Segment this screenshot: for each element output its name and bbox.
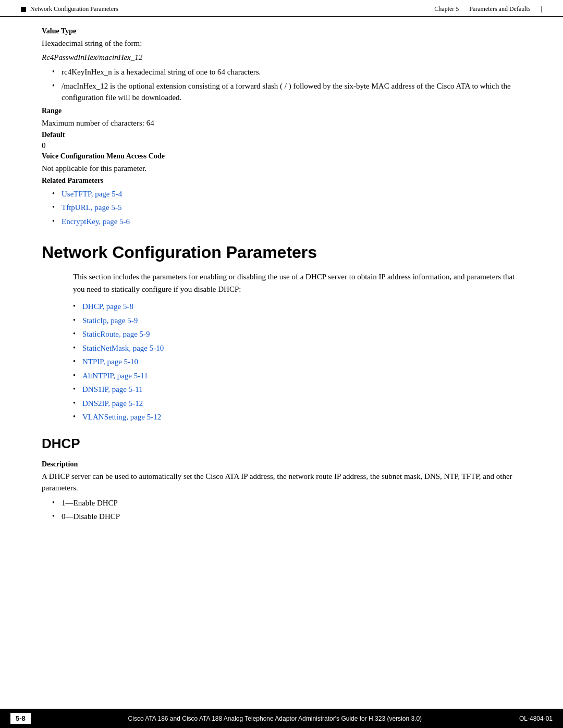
page-number: 5-8 <box>10 713 31 724</box>
default-value: 0 <box>42 141 521 150</box>
range-text: Maximum number of characters: 64 <box>42 117 521 129</box>
related-params-list: UseTFTP, page 5-4 TftpURL, page 5-5 Encr… <box>52 188 521 228</box>
related-params-section: Related Parameters UseTFTP, page 5-4 Tft… <box>42 177 521 228</box>
page-footer: 5-8 Cisco ATA 186 and Cisco ATA 188 Anal… <box>0 709 563 728</box>
section-label: Parameters and Defaults <box>469 5 530 13</box>
main-content: Value Type Hexadecimal string of the for… <box>0 17 563 536</box>
list-item: UseTFTP, page 5-4 <box>52 188 521 200</box>
dns1ip-link[interactable]: DNS1IP, page 5-11 <box>82 385 143 393</box>
dhcp-description-label: Description <box>42 460 521 468</box>
list-item: 1—Enable DHCP <box>52 497 521 509</box>
dhcp-description-text: A DHCP server can be used to automatical… <box>42 471 521 494</box>
default-label: Default <box>42 131 521 139</box>
tftpurl-link[interactable]: TftpURL, page 5-5 <box>62 203 121 212</box>
value-type-label: Value Type <box>42 27 521 35</box>
dhcp-link[interactable]: DHCP, page 5-8 <box>82 302 133 311</box>
list-item: DNS2IP, page 5-12 <box>73 398 521 410</box>
staticnetmask-link[interactable]: StaticNetMask, page 5-10 <box>82 344 164 352</box>
list-item: AltNTPIP, page 5-11 <box>73 370 521 382</box>
value-type-bullets: rc4KeyInHex_n is a hexadecimal string of… <box>52 66 521 104</box>
network-config-heading: Network Configuration Parameters <box>42 243 521 262</box>
footer-center-text: Cisco ATA 186 and Cisco ATA 188 Analog T… <box>31 715 519 722</box>
value-type-code: Rc4PasswdInHex/macinHex_12 <box>42 52 521 64</box>
dhcp-bullets: 1—Enable DHCP 0—Disable DHCP <box>52 497 521 523</box>
dhcp-heading: DHCP <box>42 436 521 452</box>
staticroute-link[interactable]: StaticRoute, page 5-9 <box>82 330 150 338</box>
related-params-label: Related Parameters <box>42 177 521 185</box>
footer-doc-id: OL-4804-01 <box>519 715 553 722</box>
header-right: Chapter 5 Parameters and Defaults | <box>434 5 542 13</box>
list-item: StaticIp, page 5-9 <box>73 315 521 327</box>
value-type-section: Value Type Hexadecimal string of the for… <box>42 27 521 104</box>
dhcp-description-section: Description A DHCP server can be used to… <box>42 460 521 523</box>
dns2ip-link[interactable]: DNS2IP, page 5-12 <box>82 399 143 408</box>
range-label: Range <box>42 107 521 115</box>
list-item: DNS1IP, page 5-11 <box>73 384 521 396</box>
range-section: Range Maximum number of characters: 64 <box>42 107 521 129</box>
list-item: EncryptKey, page 5-6 <box>52 216 521 228</box>
list-item: 0—Disable DHCP <box>52 511 521 523</box>
staticip-link[interactable]: StaticIp, page 5-9 <box>82 316 138 325</box>
list-item: StaticNetMask, page 5-10 <box>73 342 521 354</box>
list-item: TftpURL, page 5-5 <box>52 202 521 214</box>
list-item: DHCP, page 5-8 <box>73 301 521 313</box>
voice-config-section: Voice Configuration Menu Access Code Not… <box>42 152 521 175</box>
breadcrumb: Network Configuration Parameters <box>30 5 118 13</box>
encryptkey-link[interactable]: EncryptKey, page 5-6 <box>62 217 130 226</box>
page-header: Network Configuration Parameters Chapter… <box>0 0 563 17</box>
voice-config-text: Not applicable for this parameter. <box>42 163 521 175</box>
ntpip-link[interactable]: NTPIP, page 5-10 <box>82 357 138 366</box>
chapter-label: Chapter 5 <box>434 5 459 13</box>
header-left: Network Configuration Parameters <box>21 5 118 13</box>
altntpip-link[interactable]: AltNTPIP, page 5-11 <box>82 372 148 380</box>
black-square-icon <box>21 7 26 12</box>
network-config-intro: This section includes the parameters for… <box>73 270 521 295</box>
list-item: NTPIP, page 5-10 <box>73 356 521 368</box>
list-item: VLANSetting, page 5-12 <box>73 411 521 423</box>
value-type-text: Hexadecimal string of the form: <box>42 38 521 50</box>
header-pipe: | <box>541 5 542 13</box>
vlansetting-link[interactable]: VLANSetting, page 5-12 <box>82 413 161 421</box>
list-item: rc4KeyInHex_n is a hexadecimal string of… <box>52 66 521 78</box>
list-item: StaticRoute, page 5-9 <box>73 328 521 340</box>
default-section: Default 0 <box>42 131 521 150</box>
list-item: /macInHex_12 is the optional extension c… <box>52 80 521 104</box>
voice-config-label: Voice Configuration Menu Access Code <box>42 152 521 161</box>
network-config-links-list: DHCP, page 5-8 StaticIp, page 5-9 Static… <box>73 301 521 423</box>
usedftp-link[interactable]: UseTFTP, page 5-4 <box>62 190 122 198</box>
